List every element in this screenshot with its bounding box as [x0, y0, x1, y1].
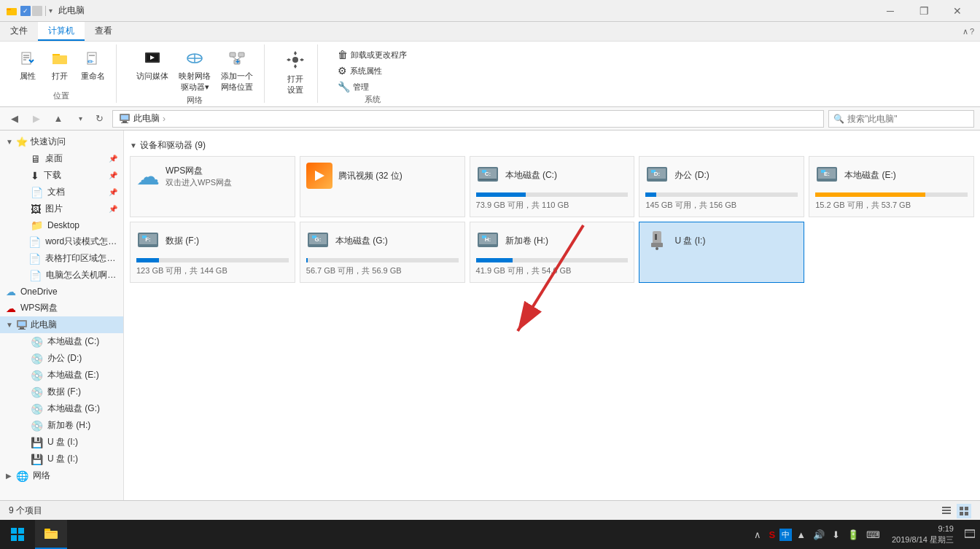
sidebar-drive-e[interactable]: 💿 本地磁盘 (E:): [0, 367, 123, 383]
open-settings-button[interactable]: 打开设置: [281, 47, 310, 98]
drive-c-item[interactable]: C: 本地磁盘 (C:) 73.9 GB 可用，共 110 GB: [470, 156, 635, 217]
ribbon-group-system: 🗑 卸载或更改程序 ⚙ 系统属性 🔧 管理 系统: [327, 44, 418, 103]
sidebar-drive-f[interactable]: 💿 数据 (F:): [0, 383, 123, 400]
dropdown-btn[interactable]: ▾: [49, 7, 52, 15]
title-bar-left: ✓ ▾ 此电脑: [6, 4, 874, 17]
sidebar-item-table[interactable]: 📄 表格打印区域怎么设...: [0, 250, 123, 267]
tab-file[interactable]: 文件: [0, 22, 38, 41]
keyboard-sys-icon[interactable]: ⌨: [863, 529, 883, 540]
e-info: 本地磁盘 (E:): [844, 169, 968, 182]
svg-marker-32: [315, 171, 324, 181]
quick-access-header[interactable]: ▼ ⭐ 快速访问: [0, 133, 123, 150]
sidebar-item-docs[interactable]: 📄 文档 📌: [0, 184, 123, 200]
forward-button[interactable]: ▶: [28, 110, 45, 128]
sidebar-drive-i2[interactable]: 💾 U 盘 (I:): [0, 451, 123, 467]
up-button[interactable]: ▲: [50, 110, 67, 128]
svg-rect-73: [11, 535, 17, 541]
refresh-button[interactable]: ↻: [90, 110, 108, 128]
tab-computer[interactable]: 计算机: [38, 22, 85, 41]
download-sys-icon[interactable]: ⬇: [829, 529, 843, 540]
c-details: 73.9 GB 可用，共 110 GB: [476, 200, 629, 211]
sidebar-item-pc-issue[interactable]: 📄 电脑怎么关机啊 已...: [0, 267, 123, 284]
drive-e-item[interactable]: E: 本地磁盘 (E:) 15.2 GB 可用，共 53.7 GB: [809, 156, 974, 217]
taskbar-system-tray: ∧ S 中 ▲ 🔊 ⬇ 🔋 ⌨: [751, 529, 886, 541]
view-list-btn[interactable]: [939, 504, 954, 518]
battery-sys-icon[interactable]: 🔋: [844, 529, 862, 540]
sidebar-item-pictures[interactable]: 🖼 图片 📌: [0, 200, 123, 217]
sidebar-drive-c[interactable]: 💿 本地磁盘 (C:): [0, 333, 123, 350]
d-name: 办公 (D:): [674, 169, 798, 182]
open-icon: [51, 50, 69, 69]
ribbon-help[interactable]: ?: [970, 27, 974, 36]
map-drive-button[interactable]: 映射网络驱动器▾: [175, 47, 214, 95]
properties-button[interactable]: 属性: [13, 47, 42, 84]
windows-logo-icon: [10, 527, 25, 542]
rename-button[interactable]: ✏ 重命名: [77, 47, 109, 84]
i-info: U 盘 (I:): [674, 235, 798, 247]
taskbar-clock[interactable]: 9:19 2019/8/14 星期三: [886, 523, 960, 546]
sidebar-item-desktop2[interactable]: 📁 Desktop: [0, 217, 123, 233]
f-header: F: 数据 (F:): [136, 228, 289, 254]
add-network-button[interactable]: + 添加一个网络位置: [217, 47, 257, 95]
tab-view[interactable]: 查看: [85, 22, 122, 41]
path-pc[interactable]: 此电脑: [133, 112, 160, 125]
wps-sys-icon[interactable]: S: [766, 529, 778, 540]
volume-sys-icon[interactable]: 🔊: [810, 529, 828, 540]
sidebar-item-desktop[interactable]: 🖥 桌面 📌: [0, 150, 123, 167]
drive-wps[interactable]: ☁ WPS网盘 双击进入WPS网盘: [130, 156, 295, 217]
view-grid-btn[interactable]: [957, 504, 971, 518]
drive-d-item[interactable]: D: 办公 (D:) 145 GB 可用，共 156 GB: [639, 156, 804, 217]
desktop2-label: Desktop: [47, 220, 79, 230]
drive-h-item[interactable]: H: 新加卷 (H:) 41.9 GB 可用，共 54.6 GB: [470, 222, 635, 283]
drive-g-item[interactable]: G: 本地磁盘 (G:) 56.7 GB 可用，共 56.9 GB: [300, 222, 465, 283]
svg-rect-29: [18, 322, 26, 326]
sidebar-item-word[interactable]: 📄 word只读模式怎么打...: [0, 233, 123, 250]
search-box[interactable]: 🔍: [828, 110, 974, 128]
section-header: ▼ 设备和驱动器 (9): [130, 136, 974, 156]
refresh-recent: ▾ ↻: [71, 110, 108, 128]
i-header: U 盘 (I:): [645, 228, 798, 254]
back-button[interactable]: ◀: [6, 110, 23, 128]
sidebar-this-pc-header[interactable]: ▼ 此电脑: [0, 316, 123, 333]
sidebar-item-wps[interactable]: ☁ WPS网盘: [0, 300, 123, 316]
drive-i-item[interactable]: U 盘 (I:): [639, 222, 804, 283]
pc-issue-label: 电脑怎么关机啊 已...: [46, 269, 117, 281]
minimize-button[interactable]: ─: [874, 0, 907, 22]
svg-rect-35: [479, 179, 497, 180]
sidebar-item-network[interactable]: ▶ 🌐 网络: [0, 467, 123, 484]
uninstall-button[interactable]: 🗑 卸载或更改程序: [334, 47, 411, 62]
manage-button[interactable]: 🔧 管理: [334, 79, 411, 94]
zh-input-icon[interactable]: 中: [779, 529, 792, 541]
system-props-button[interactable]: ⚙ 系统属性: [334, 63, 411, 78]
sidebar-drive-h[interactable]: 💿 新加卷 (H:): [0, 417, 123, 434]
close-button[interactable]: ✕: [941, 0, 974, 22]
open-button[interactable]: 打开: [45, 47, 74, 84]
onedrive-label: OneDrive: [20, 287, 58, 297]
pictures-icon: 🖼: [31, 203, 41, 215]
chevron-up-icon[interactable]: ∧: [751, 529, 764, 540]
notification-button[interactable]: [960, 520, 980, 549]
tencent-icon: [306, 163, 332, 189]
sidebar-drive-i[interactable]: 💾 U 盘 (I:): [0, 434, 123, 451]
drive-tencent[interactable]: 腾讯视频 (32 位): [300, 156, 465, 217]
wps-drive-desc: 双击进入WPS网盘: [166, 177, 289, 188]
network-sys-icon[interactable]: ▲: [793, 529, 809, 540]
search-input[interactable]: [847, 114, 964, 124]
taskbar: ∧ S 中 ▲ 🔊 ⬇ 🔋 ⌨ 9:19 2019/8/14 星期三: [0, 520, 980, 549]
taskbar-file-explorer[interactable]: [35, 520, 67, 549]
sidebar-item-onedrive[interactable]: ☁ OneDrive: [0, 284, 123, 300]
d-header: D: 办公 (D:): [645, 163, 798, 188]
drive-f-item[interactable]: F: 数据 (F:) 123 GB 可用，共 144 GB: [130, 222, 295, 283]
sidebar-item-downloads[interactable]: ⬇ 下载 📌: [0, 167, 123, 184]
recent-dropdown[interactable]: ▾: [71, 110, 89, 128]
start-button[interactable]: [0, 520, 35, 549]
quick-access-icon[interactable]: ✓: [20, 6, 31, 16]
drive-d-icon: 💿: [31, 353, 43, 365]
quick-icon2[interactable]: [32, 6, 42, 16]
address-path[interactable]: 此电脑 ›: [112, 110, 824, 128]
ribbon-collapse[interactable]: ∧: [962, 27, 968, 36]
sidebar-drive-g[interactable]: 💿 本地磁盘 (G:): [0, 400, 123, 417]
access-media-button[interactable]: 访问媒体: [133, 47, 172, 84]
restore-button[interactable]: ❐: [907, 0, 941, 22]
sidebar-drive-d[interactable]: 💿 办公 (D:): [0, 350, 123, 367]
